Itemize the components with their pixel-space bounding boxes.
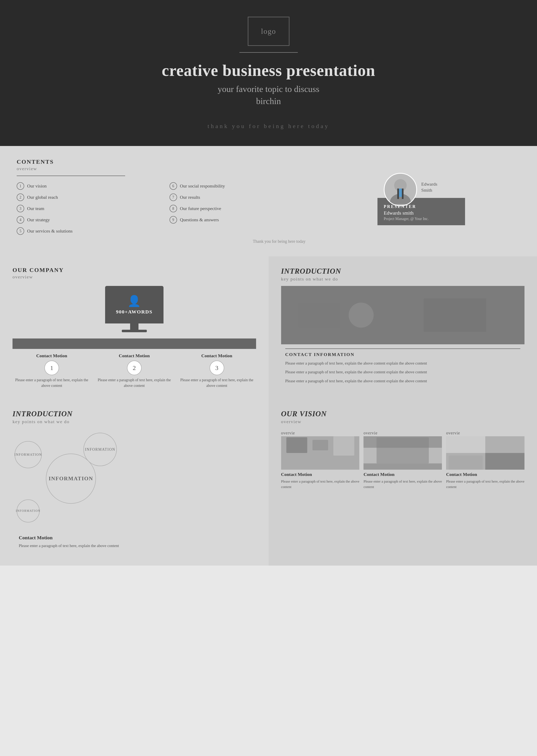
company-monitor: 👤 900+AWORDS xyxy=(13,286,256,332)
item-label: Our social responsibility xyxy=(180,183,225,189)
company-desc: Please enter a paragraph of text here, e… xyxy=(95,377,174,389)
hero-subtitle: your favorite topic to discuss xyxy=(218,84,319,94)
monitor-stand xyxy=(130,323,139,330)
intro2-label: Introduction xyxy=(13,409,256,418)
slide-contents: CONTENTS overview 1 Our vision 2 Our glo… xyxy=(0,146,537,256)
info-circle-md-tr: INFORMATION xyxy=(83,433,117,466)
company-item-title: Contact Motion xyxy=(201,353,232,358)
vision-overvie: overvie xyxy=(446,431,524,436)
company-item-1: Contact Motion 1 Please enter a paragrap… xyxy=(13,353,91,389)
vision-card-2: overvie Contact Motion Please enter a pa… xyxy=(363,431,442,489)
intro2-sublabel: Key points on what we do xyxy=(13,419,256,424)
list-item: 7 Our results xyxy=(170,193,314,201)
contact-info-title: CONTACT INFORMATION xyxy=(285,349,520,357)
monitor-text: 900+AWORDS xyxy=(116,309,152,315)
list-item: 4 Our strategy xyxy=(17,216,161,224)
vision-card-title: Contact Motion xyxy=(446,472,524,477)
list-item: 1 Our vision xyxy=(17,182,161,190)
company-label: Our Company xyxy=(13,267,256,273)
company-item-2: Contact Motion 2 Please enter a paragrap… xyxy=(95,353,174,389)
item-num: 7 xyxy=(170,193,177,201)
company-num: 1 xyxy=(44,360,59,375)
contact-info-para-1: Please enter a paragraph of text here, e… xyxy=(285,360,520,366)
vision-label: Our Vision xyxy=(281,409,525,418)
item-label: Our team xyxy=(27,206,44,211)
vision-card-3: overvie Contact Motion Please enter a pa… xyxy=(446,431,524,489)
company-items: Contact Motion 1 Please enter a paragrap… xyxy=(13,353,256,389)
svg-rect-8 xyxy=(299,303,340,328)
item-num: 5 xyxy=(17,227,24,235)
vision-overvie: overvie xyxy=(363,431,442,436)
slide-company: Our Company overview 👤 900+AWORDS Contac… xyxy=(0,256,268,399)
monitor-screen: 👤 900+AWORDS xyxy=(105,286,163,323)
vision-card-desc: Please enter a paragraph of text here, e… xyxy=(281,479,359,489)
logo-text: logo xyxy=(261,27,276,36)
vision-card-img-2 xyxy=(363,436,442,470)
contact-info-box: CONTACT INFORMATION Please enter a parag… xyxy=(281,349,525,384)
contents-footer: Thank you for being here today xyxy=(17,239,314,244)
contact-info-para-2: Please enter a paragraph of text here, e… xyxy=(285,369,520,375)
item-label: Our services & solutions xyxy=(27,229,72,234)
company-desc: Please enter a paragraph of text here, e… xyxy=(13,377,91,389)
info-circle-xs-bl: INFORMATION xyxy=(17,499,40,523)
monitor-icon: 👤 xyxy=(127,295,141,308)
list-item: 8 Our future perspective xyxy=(170,205,314,212)
list-item: 9 Questions & answers xyxy=(170,216,314,224)
item-num: 2 xyxy=(17,193,24,201)
contents-sublabel: overview xyxy=(17,166,314,171)
company-item-title: Contact Motion xyxy=(36,353,67,358)
list-item: 2 Our global reach xyxy=(17,193,161,201)
intro-label: Introduction xyxy=(281,267,525,275)
list-item: 3 Our team xyxy=(17,205,161,212)
list-item: 6 Our social responsibility xyxy=(170,182,314,190)
presenter-name: Edwards smith xyxy=(384,210,459,216)
company-sublabel: overview xyxy=(13,274,256,280)
item-label: Our strategy xyxy=(27,217,50,223)
vision-sublabel: overview xyxy=(281,419,525,424)
contents-right: EdwardsSmith PRESENTER Edwards smith Pro… xyxy=(322,158,520,244)
item-label: Our results xyxy=(180,194,200,200)
svg-rect-13 xyxy=(333,436,354,456)
vision-card-desc: Please enter a paragraph of text here, e… xyxy=(363,479,442,489)
company-num: 2 xyxy=(127,360,142,375)
slide-company-intro: Our Company overview 👤 900+AWORDS Contac… xyxy=(0,256,537,399)
contents-label: CONTENTS xyxy=(17,158,314,165)
item-num: 3 xyxy=(17,205,24,212)
item-label: Our global reach xyxy=(27,194,58,200)
contact-info-para-3: Please enter a paragraph of text here, e… xyxy=(285,378,520,384)
svg-rect-4 xyxy=(402,189,403,199)
presenter-card: EdwardsSmith PRESENTER Edwards smith Pro… xyxy=(378,177,465,225)
info-circle-sm-tl: INFORMATION xyxy=(15,441,42,468)
item-label: Our vision xyxy=(27,183,47,189)
contents-col2: 6 Our social responsibility 7 Our result… xyxy=(170,182,314,235)
company-row-bar xyxy=(13,338,256,349)
vision-card-title: Contact Motion xyxy=(281,472,359,477)
circles-area: INFORMATION INFORMATION INFORMATION INFO… xyxy=(13,429,256,537)
svg-rect-9 xyxy=(424,298,486,332)
svg-rect-3 xyxy=(397,189,399,199)
svg-rect-16 xyxy=(377,437,429,463)
hero-title: creative business presentation xyxy=(162,61,375,80)
svg-point-7 xyxy=(349,303,374,328)
item-num: 6 xyxy=(170,182,177,190)
intro-image xyxy=(281,286,525,344)
monitor-base xyxy=(122,330,147,332)
vision-overvie: overvie xyxy=(281,431,359,436)
svg-rect-11 xyxy=(286,437,307,453)
vision-card-desc: Please enter a paragraph of text here, e… xyxy=(446,479,524,489)
vision-card-img-1 xyxy=(281,436,359,470)
item-num: 4 xyxy=(17,216,24,224)
hero-tagline: thank you for being here today xyxy=(208,123,329,130)
vision-cards: overvie Contact Motion Please enter a pa… xyxy=(281,431,525,489)
item-label: Our future perspective xyxy=(180,206,221,211)
item-num: 9 xyxy=(170,216,177,224)
contents-left: CONTENTS overview 1 Our vision 2 Our glo… xyxy=(17,158,314,244)
logo-box: logo xyxy=(248,17,289,46)
slide-vision: Our Vision overview overvie Contact Moti… xyxy=(268,399,537,566)
slide-intro-right: Introduction Key points on what we do CO… xyxy=(268,256,537,399)
slide-hero: logo creative business presentation your… xyxy=(0,0,537,146)
slide-intro-vision: Introduction Key points on what we do IN… xyxy=(0,399,537,566)
svg-rect-19 xyxy=(485,453,524,470)
vision-card-img-3 xyxy=(446,436,524,470)
contents-grid: 1 Our vision 2 Our global reach 3 Our te… xyxy=(17,182,314,235)
